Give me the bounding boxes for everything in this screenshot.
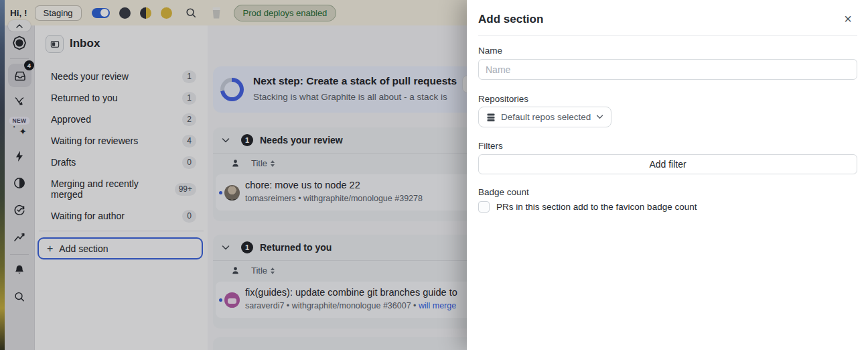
badge-count-label: Badge count <box>478 187 529 197</box>
name-label: Name <box>478 46 502 56</box>
repositories-label: Repositories <box>478 94 528 104</box>
repositories-selected-value: Default repos selected <box>501 112 591 122</box>
app-canvas: Hi, ! Staging Prod deploys enabled 4 <box>0 0 868 350</box>
modal-backdrop[interactable] <box>0 0 467 350</box>
badge-count-checkbox[interactable] <box>478 201 490 213</box>
modal-divider <box>478 35 857 36</box>
repositories-dropdown[interactable]: Default repos selected <box>478 107 611 127</box>
chevron-down-icon <box>596 115 603 119</box>
repo-stack-icon <box>486 113 496 122</box>
close-icon[interactable]: × <box>840 11 856 27</box>
badge-count-checkbox-label: PRs in this section add to the favicon b… <box>496 202 697 212</box>
filters-label: Filters <box>478 141 503 151</box>
add-filter-button[interactable]: Add filter <box>478 154 857 174</box>
badge-count-row: PRs in this section add to the favicon b… <box>478 201 697 213</box>
add-section-modal: Add section × Name Repositories Default … <box>467 0 868 350</box>
modal-title: Add section <box>478 13 543 26</box>
name-input[interactable] <box>478 59 857 80</box>
